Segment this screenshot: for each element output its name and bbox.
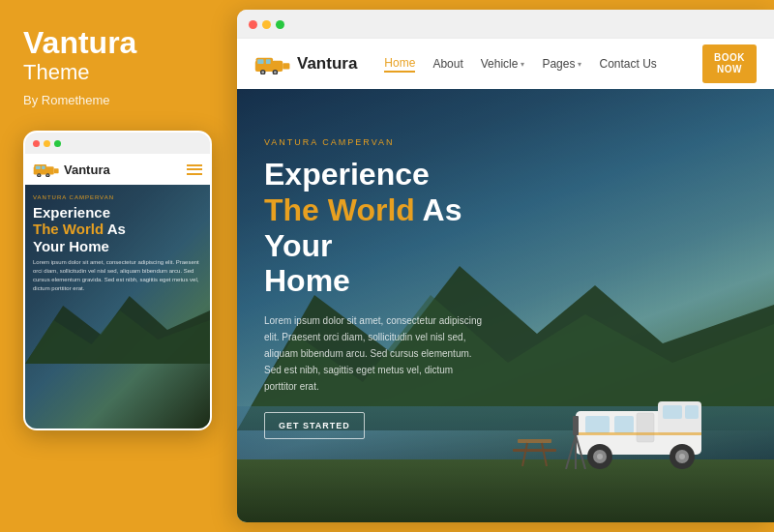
book-now-line1: BOOK bbox=[714, 52, 745, 64]
desktop-browser-bar bbox=[237, 10, 774, 39]
nav-home[interactable]: Home bbox=[384, 56, 415, 73]
svg-rect-37 bbox=[513, 449, 556, 452]
desktop-campervan-label: VANTURA CAMPERVAN bbox=[264, 137, 503, 147]
nav-vehicle[interactable]: Vehicle ▾ bbox=[481, 57, 525, 71]
mobile-hero-title-line1: Experience bbox=[33, 204, 110, 221]
svg-rect-6 bbox=[36, 166, 41, 170]
chevron-down-icon-pages: ▾ bbox=[578, 60, 581, 69]
mobile-hero-title-line3: Your Home bbox=[33, 238, 109, 254]
brand-subtitle: Theme bbox=[23, 60, 214, 85]
desktop-hero-title-highlight: The World As Your bbox=[264, 192, 503, 264]
desktop-logo-text: Vantura bbox=[297, 54, 357, 74]
tripod-svg bbox=[561, 416, 590, 469]
mobile-preview: Vantura VANTURA CAMPERVAN bbox=[23, 131, 212, 430]
picnic-table-svg bbox=[508, 428, 561, 466]
mobile-hero-title-highlight: The World bbox=[33, 221, 104, 237]
brand-name: Vantura bbox=[23, 27, 214, 58]
desktop-hero-content: VANTURA CAMPERVAN Experience The World A… bbox=[264, 137, 503, 439]
mobile-hamburger-icon[interactable] bbox=[187, 164, 202, 175]
nav-vehicle-label: Vehicle bbox=[481, 57, 519, 71]
desktop-dot-green bbox=[276, 20, 284, 29]
svg-rect-8 bbox=[54, 168, 59, 173]
svg-point-34 bbox=[679, 454, 685, 459]
desktop-dot-red bbox=[249, 20, 257, 29]
van-icon-mobile bbox=[33, 162, 60, 177]
dot-green bbox=[54, 140, 61, 147]
svg-rect-19 bbox=[283, 63, 289, 69]
nav-pages[interactable]: Pages ▾ bbox=[542, 57, 581, 71]
nav-about[interactable]: About bbox=[432, 57, 462, 71]
desktop-highlight-text: The World bbox=[264, 192, 415, 227]
mobile-hero: VANTURA CAMPERVAN Experience The World A… bbox=[25, 185, 210, 429]
svg-rect-17 bbox=[257, 59, 263, 64]
svg-rect-27 bbox=[685, 405, 699, 419]
chevron-down-icon: ▾ bbox=[521, 60, 524, 69]
desktop-dot-yellow bbox=[262, 20, 271, 29]
desktop-preview: Vantura Home About Vehicle ▾ Pages ▾ Con… bbox=[237, 10, 774, 522]
mobile-browser-bar bbox=[25, 133, 210, 154]
desktop-hero-title: Experience The World As Your Home bbox=[264, 157, 503, 299]
svg-rect-25 bbox=[614, 416, 634, 433]
book-now-button[interactable]: BOOK NOW bbox=[702, 44, 757, 83]
book-now-line2: NOW bbox=[714, 64, 745, 75]
svg-point-3 bbox=[38, 174, 40, 176]
svg-rect-40 bbox=[573, 416, 579, 435]
brand-author: By Rometheme bbox=[23, 93, 214, 107]
svg-rect-26 bbox=[663, 405, 682, 419]
svg-line-41 bbox=[566, 435, 576, 469]
nav-contact[interactable]: Contact Us bbox=[599, 57, 656, 71]
mobile-nav: Vantura bbox=[25, 154, 210, 185]
svg-point-5 bbox=[46, 174, 48, 176]
desktop-hero-title-line3: Home bbox=[264, 263, 503, 299]
svg-line-38 bbox=[522, 443, 527, 466]
campervan-svg bbox=[571, 392, 726, 469]
svg-point-31 bbox=[597, 454, 603, 459]
mobile-hero-content: VANTURA CAMPERVAN Experience The World A… bbox=[33, 194, 202, 293]
mobile-hero-title-line2-a: As bbox=[107, 221, 126, 237]
mobile-logo-text: Vantura bbox=[64, 163, 110, 177]
svg-point-16 bbox=[274, 71, 277, 74]
desktop-hero: VANTURA CAMPERVAN Experience The World A… bbox=[237, 89, 774, 522]
left-panel: Vantura Theme By Rometheme bbox=[0, 0, 237, 532]
desktop-logo: Vantura bbox=[254, 53, 357, 74]
svg-point-14 bbox=[261, 71, 264, 74]
mobile-hero-title: Experience The World As Your Home bbox=[33, 204, 202, 254]
svg-line-39 bbox=[542, 443, 547, 466]
dot-red bbox=[33, 140, 40, 147]
desktop-hero-desc: Lorem ipsum dolor sit amet, consectetur … bbox=[264, 312, 487, 395]
desktop-nav: Vantura Home About Vehicle ▾ Pages ▾ Con… bbox=[237, 39, 774, 89]
dot-yellow bbox=[44, 140, 50, 147]
mobile-hero-desc: Lorem ipsum dolor sit amet, consectetur … bbox=[33, 258, 202, 293]
svg-rect-36 bbox=[518, 439, 551, 443]
svg-rect-7 bbox=[42, 166, 45, 170]
mobile-logo: Vantura bbox=[33, 162, 110, 177]
svg-rect-18 bbox=[266, 59, 271, 64]
get-started-button[interactable]: GET STARTED bbox=[264, 412, 365, 439]
svg-rect-28 bbox=[637, 413, 654, 442]
nav-pages-label: Pages bbox=[542, 57, 575, 71]
svg-line-43 bbox=[576, 435, 585, 469]
desktop-nav-links: Home About Vehicle ▾ Pages ▾ Contact Us bbox=[384, 56, 702, 73]
van-icon-desktop bbox=[254, 53, 291, 74]
svg-rect-35 bbox=[576, 432, 701, 435]
mobile-content: Vantura VANTURA CAMPERVAN bbox=[25, 154, 210, 429]
desktop-hero-title-line1: Experience bbox=[264, 157, 503, 192]
mobile-campervan-label: VANTURA CAMPERVAN bbox=[33, 194, 202, 200]
